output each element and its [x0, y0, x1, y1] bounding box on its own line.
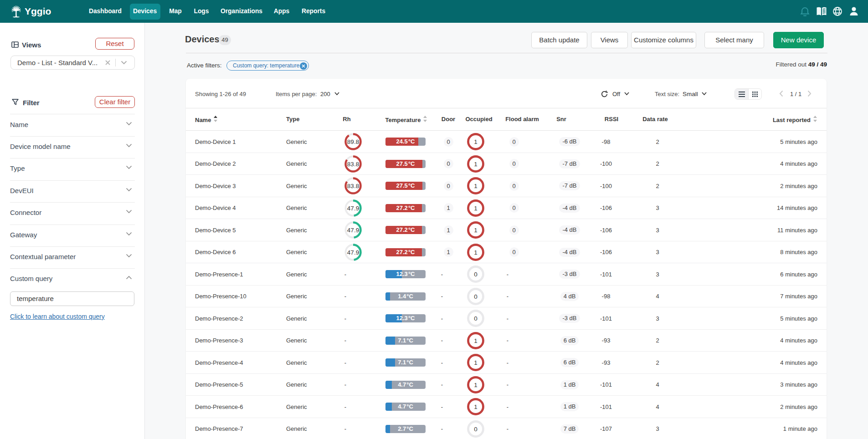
svg-text:0: 0: [474, 271, 478, 278]
svg-text:1: 1: [474, 138, 478, 145]
svg-text:1: 1: [474, 161, 478, 168]
svg-text:0: 0: [474, 293, 478, 300]
svg-text:1: 1: [474, 227, 478, 234]
svg-text:1: 1: [474, 337, 478, 344]
svg-text:1: 1: [474, 382, 478, 388]
svg-text:1: 1: [474, 359, 478, 366]
svg-text:83.8: 83.8: [347, 160, 359, 167]
svg-text:1: 1: [474, 183, 478, 189]
svg-text:1: 1: [474, 205, 478, 212]
svg-text:0: 0: [474, 426, 478, 433]
svg-text:47.9: 47.9: [347, 249, 359, 255]
svg-text:83.8: 83.8: [347, 183, 359, 189]
svg-text:89.8: 89.8: [347, 138, 359, 145]
svg-text:1: 1: [474, 403, 478, 410]
svg-text:0: 0: [474, 315, 478, 322]
svg-text:47.9: 47.9: [347, 227, 359, 234]
svg-text:1: 1: [474, 249, 478, 256]
svg-text:47.9: 47.9: [347, 204, 359, 211]
